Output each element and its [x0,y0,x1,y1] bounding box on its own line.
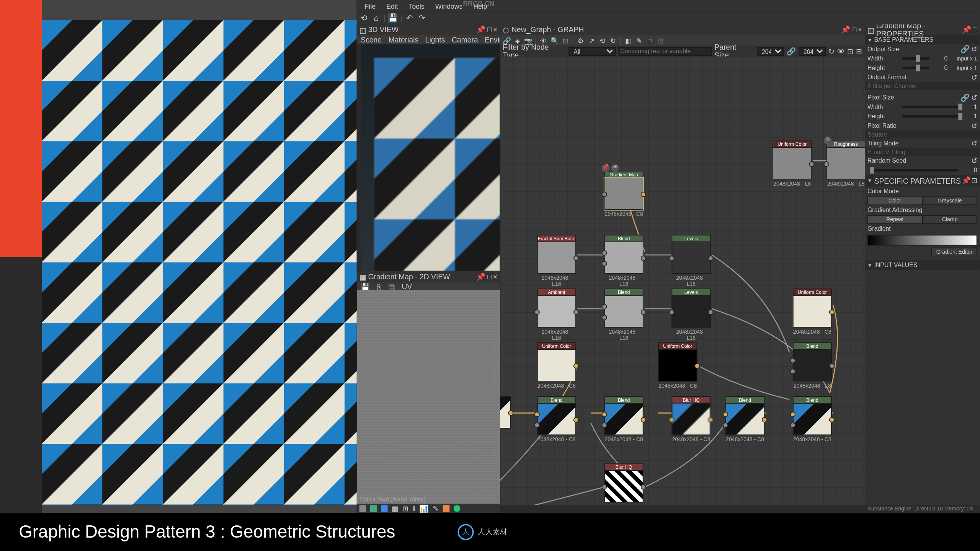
reset-icon[interactable]: ↺ [971,93,977,102]
btn-clamp[interactable]: Clamp [922,215,977,224]
node-uniform-color[interactable]: Uniform Color 2048x2048 - C8 [537,342,576,389]
node-blend[interactable]: Blend 2048x2048 - C8 [604,396,644,442]
menu-windows[interactable]: Windows [430,1,468,11]
slider-width[interactable] [902,57,929,60]
reset-icon[interactable]: ↺ [971,139,977,148]
view-icon[interactable]: 👁 [837,47,844,55]
close-icon[interactable]: × [493,272,497,281]
pen-icon[interactable]: ✎ [433,504,439,513]
btn-repeat[interactable]: Repeat [867,215,922,224]
swatch-orange[interactable] [443,505,450,512]
section-specific[interactable]: SPECIFIC PARAMETERS📌⊡ [865,175,980,186]
refresh-icon[interactable]: ↻ [828,47,835,55]
pin-icon[interactable]: 📌 [962,25,972,34]
tab-materials[interactable]: Materials [389,36,418,44]
expand-icon[interactable]: ⊡ [971,176,977,185]
lock-icon[interactable]: 🔗 [960,93,970,102]
slider-px-height[interactable] [902,115,958,118]
close-icon[interactable]: × [858,25,862,34]
node-blend[interactable]: Blend 2048x2048 - C8 [725,396,764,442]
tab-camera[interactable]: Camera [452,36,478,44]
node-levels[interactable]: Levels 2048x2048 - L16 [671,289,710,341]
opt2-icon[interactable]: ⊞ [856,47,862,55]
tool7-icon[interactable]: □ [646,36,654,44]
node-partial[interactable]: - C8 [500,396,511,436]
section-inputs[interactable]: INPUT VALUES [865,260,980,270]
reset-icon[interactable]: ↺ [971,121,977,130]
node-roughness[interactable]: ◎ Roughness 2048x2048 - L8 [826,140,865,187]
tool4-icon[interactable]: ↻ [609,36,617,44]
swatch-gray[interactable] [359,505,366,512]
close-icon[interactable]: × [493,25,497,34]
undo-icon[interactable]: ↶ [405,13,415,23]
lock-icon[interactable]: 🔗 [960,45,970,54]
tool2-icon[interactable]: ↗ [587,36,595,44]
parent-size-2[interactable]: 2048 [799,47,826,55]
node-fractal[interactable]: Fractal Sum Base 2048x2048 - L16 [537,235,576,287]
btn-grayscale[interactable]: Grayscale [922,196,977,205]
max-icon[interactable]: □ [487,272,492,281]
node-blend[interactable]: Blend 2048x2048 - L8 [793,342,832,389]
pin-icon[interactable]: 📌 [476,25,486,34]
node-blend[interactable]: Blend 2048x2048 - C8 [537,396,576,442]
tab-scene[interactable]: Scene [361,36,382,44]
grid-icon[interactable]: ▦ [392,504,399,513]
viewport-3d[interactable] [361,44,500,271]
filter-type-select[interactable]: All [569,47,616,55]
section-base[interactable]: BASE PARAMETERS [865,35,980,44]
swatch-green[interactable] [370,505,377,512]
copy-icon[interactable]: ⎘ [377,282,381,290]
node-gradient-map[interactable]: 📌👁 Gradient Map 2048x2048 - C8 [604,171,644,217]
node-blur-hq[interactable]: Blur HQ 2048x2048 - C8 [671,396,710,442]
pin-icon[interactable]: 📌 [962,176,971,185]
opt-icon[interactable]: ⊡ [847,47,853,55]
node-blend[interactable]: Blend 2048x2048 - L16 [604,289,644,341]
tab-lights[interactable]: Lights [425,36,445,44]
node-uniform-color[interactable]: Uniform Color 2048x2048 - C8 [658,342,697,389]
tool8-icon[interactable]: ⊞ [657,36,665,44]
save-icon[interactable]: 💾 [388,13,398,23]
parent-size-1[interactable]: 2048 [757,47,784,55]
swatch-circle[interactable] [454,505,461,512]
swatch-blue[interactable] [381,505,388,512]
link2-icon[interactable]: 🔗 [787,47,796,55]
reset-icon[interactable]: ↺ [971,73,977,82]
filter-text-input[interactable] [618,47,712,55]
tool1-icon[interactable]: ⚙ [577,36,585,44]
node-uniform-color[interactable]: Uniform Color 2048x2048 - C8 [793,289,832,335]
home-icon[interactable]: ⌂ [371,13,381,23]
viewport-2d[interactable]: 2048 x 2048 (RGBA 16bbp) [357,290,500,504]
max-icon[interactable]: □ [487,25,492,34]
btn-gradient-editor[interactable]: Gradient Editor [931,247,977,256]
menu-tools[interactable]: Tools [403,1,430,11]
tool6-icon[interactable]: ✎ [635,36,643,44]
node-ao[interactable]: Ambient Occlusi... 2048x2048 - L16 [537,289,576,341]
node-pin-icon[interactable]: 📌 [602,164,610,172]
redo-icon[interactable]: ↷ [417,13,426,23]
hist-icon[interactable]: 📊 [419,504,429,513]
btn-color[interactable]: Color [867,196,922,205]
slider-seed[interactable] [870,169,958,171]
tool3-icon[interactable]: ⟲ [598,36,606,44]
uv-label[interactable]: UV [402,282,412,290]
max-icon[interactable]: □ [973,25,977,34]
node-uniform-color[interactable]: Uniform Color 2048x2048 - L8 [773,140,812,187]
info-icon[interactable]: ℹ [413,504,415,513]
node-blend[interactable]: Blend 2048x2048 - C8 [793,396,832,442]
gradient-bar[interactable] [867,235,977,246]
tool5-icon[interactable]: ◧ [624,36,632,44]
max-icon[interactable]: □ [852,25,856,34]
menu-file[interactable]: File [359,1,381,11]
menu-edit[interactable]: Edit [381,1,403,11]
node-view-icon[interactable]: 👁 [611,164,619,172]
slider-height[interactable] [902,67,929,69]
graph-canvas[interactable]: 📌👁 Gradient Map 2048x2048 - C8 Fractal S… [500,57,865,514]
back-icon[interactable]: ⟲ [359,13,369,23]
reset-icon[interactable]: ↺ [971,45,977,54]
slider-px-width[interactable] [902,106,958,108]
pin-icon[interactable]: 📌 [476,272,486,281]
menu-help[interactable]: Help [468,1,492,11]
node-blend[interactable]: Blend 2048x2048 - L16 [604,235,644,287]
grid2-icon[interactable]: ⊞ [402,504,408,513]
pin-icon[interactable]: 📌 [841,25,851,34]
